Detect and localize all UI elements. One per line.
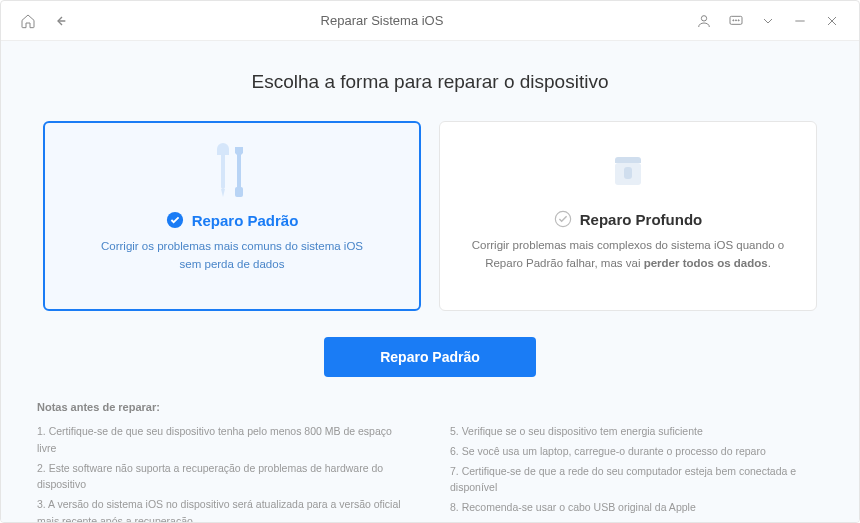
svg-point-2 (733, 19, 734, 20)
deep-title: Reparo Profundo (580, 211, 703, 228)
note-item: 8. Recomenda-se usar o cabo USB original… (450, 499, 823, 516)
svg-rect-7 (235, 187, 243, 197)
svg-point-0 (701, 15, 706, 20)
close-icon[interactable] (823, 12, 841, 30)
note-item: 7. Certifique-se de que a rede do seu co… (450, 463, 823, 497)
page-heading: Escolha a forma para reparar o dispositi… (37, 71, 823, 93)
note-item: 5. Verifique se o seu dispositivo tem en… (450, 423, 823, 440)
tools-icon (207, 141, 257, 201)
note-item: 3. A versão do sistema iOS no dispositiv… (37, 496, 410, 523)
standard-title: Reparo Padrão (192, 212, 299, 229)
notes-heading: Notas antes de reparar: (37, 401, 823, 413)
svg-point-4 (738, 19, 739, 20)
chevron-down-icon[interactable] (759, 12, 777, 30)
back-icon[interactable] (51, 12, 69, 30)
minimize-icon[interactable] (791, 12, 809, 30)
note-item: 6. Se você usa um laptop, carregue-o dur… (450, 443, 823, 460)
note-item: 2. Este software não suporta a recuperaç… (37, 460, 410, 494)
titlebar: Reparar Sistema iOS (1, 1, 859, 41)
repair-button[interactable]: Reparo Padrão (324, 337, 536, 377)
repair-options: Reparo Padrão Corrigir os problemas mais… (37, 121, 823, 311)
main-content: Escolha a forma para reparar o dispositi… (1, 41, 859, 522)
notes-right: 5. Verifique se o seu dispositivo tem en… (450, 423, 823, 523)
deep-repair-card[interactable]: Reparo Profundo Corrigir problemas mais … (439, 121, 817, 311)
svg-rect-10 (624, 167, 632, 179)
user-icon[interactable] (695, 12, 713, 30)
device-icon (603, 140, 653, 200)
standard-repair-card[interactable]: Reparo Padrão Corrigir os problemas mais… (43, 121, 421, 311)
deep-desc: Corrigir problemas mais complexos do sis… (468, 236, 788, 273)
standard-desc: Corrigir os problemas mais comuns do sis… (101, 237, 363, 274)
notes-left: 1. Certifique-se de que seu dispositivo … (37, 423, 410, 523)
feedback-icon[interactable] (727, 12, 745, 30)
note-item: 1. Certifique-se de que seu dispositivo … (37, 423, 410, 457)
check-circle-icon (166, 211, 184, 229)
svg-rect-5 (221, 151, 225, 189)
notes-list: 1. Certifique-se de que seu dispositivo … (37, 423, 823, 523)
check-outline-icon (554, 210, 572, 228)
svg-point-3 (735, 19, 736, 20)
home-icon[interactable] (19, 12, 37, 30)
window-title: Reparar Sistema iOS (69, 13, 695, 28)
